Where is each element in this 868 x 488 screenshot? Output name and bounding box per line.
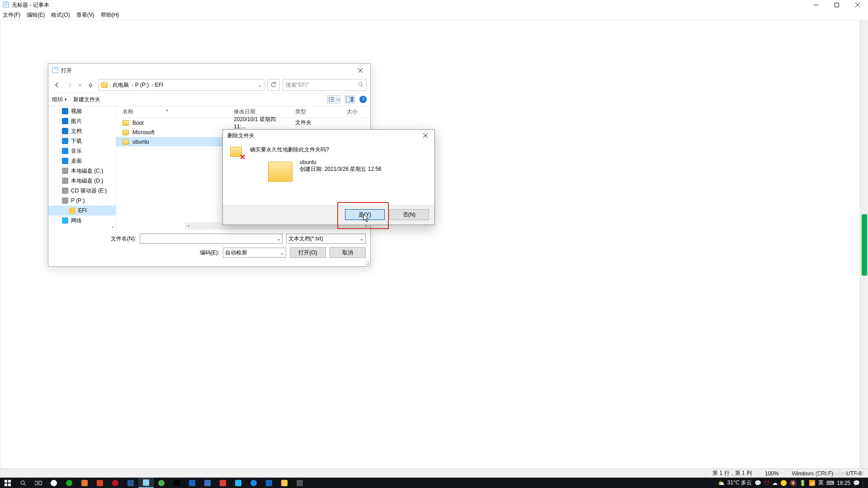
- tree-item[interactable]: P (P:): [48, 196, 116, 206]
- encoding-select[interactable]: 自动检测⌄: [223, 248, 286, 258]
- svg-rect-1: [4, 3, 8, 3]
- taskbar-app[interactable]: [169, 478, 184, 488]
- chevron-down-icon[interactable]: ⌄: [360, 236, 363, 241]
- tree-item[interactable]: 文档: [48, 126, 116, 136]
- col-name[interactable]: 名称: [123, 108, 133, 115]
- show-desktop-button[interactable]: [863, 478, 865, 488]
- taskbar-app[interactable]: [215, 478, 231, 488]
- tree-item[interactable]: CD 驱动器 (E:): [48, 186, 116, 196]
- tree-item[interactable]: 本地磁盘 (C:): [48, 166, 116, 176]
- tree-item[interactable]: 网络: [48, 216, 116, 225]
- menu-view[interactable]: 查看(V): [76, 11, 94, 19]
- task-view-button[interactable]: [31, 478, 46, 488]
- taskbar-app[interactable]: [46, 478, 61, 488]
- tray-icon[interactable]: ☁: [772, 480, 778, 486]
- preview-pane-button[interactable]: [345, 95, 355, 103]
- ime-indicator[interactable]: 英: [818, 479, 824, 487]
- breadcrumb-bar[interactable]: › 此电脑› P (P:)› EFI ⌄: [98, 79, 264, 91]
- notepad-scrollbar[interactable]: [860, 20, 868, 470]
- start-button[interactable]: [0, 478, 15, 488]
- breadcrumb-seg-0[interactable]: 此电脑: [113, 81, 129, 89]
- maximize-button[interactable]: [826, 0, 847, 10]
- search-button[interactable]: [15, 478, 31, 488]
- open-button[interactable]: 打开(O): [290, 247, 326, 258]
- tree-item[interactable]: 下载: [48, 136, 116, 146]
- taskbar-app[interactable]: [231, 478, 246, 488]
- scrollbar-thumb[interactable]: [862, 214, 867, 276]
- svg-rect-3: [4, 5, 6, 6]
- menu-edit[interactable]: 编辑(E): [27, 11, 45, 19]
- resize-grip[interactable]: [365, 261, 369, 265]
- keyboard-icon[interactable]: ⌨: [826, 480, 834, 486]
- confirm-close-button[interactable]: [416, 130, 434, 141]
- menu-file[interactable]: 文件(F): [3, 11, 20, 19]
- cancel-button[interactable]: 取消: [330, 247, 366, 258]
- battery-icon[interactable]: 🔋: [799, 480, 806, 486]
- filetype-select[interactable]: 文本文档(*.txt)⌄: [286, 234, 366, 244]
- chevron-right-icon: ›: [132, 83, 133, 88]
- tray-icon[interactable]: 💬: [755, 480, 761, 486]
- new-folder-button[interactable]: 新建文件夹: [73, 96, 100, 103]
- taskbar-app[interactable]: [277, 478, 292, 488]
- nav-back-button[interactable]: [52, 80, 62, 90]
- menu-format[interactable]: 格式(O): [51, 11, 70, 19]
- open-dialog-close-button[interactable]: [350, 64, 370, 77]
- tree-expand-chevron[interactable]: ⌄: [111, 224, 114, 229]
- nav-up-button[interactable]: [85, 80, 95, 90]
- taskbar-app[interactable]: [108, 478, 123, 488]
- tree-item[interactable]: 音乐: [48, 146, 116, 156]
- taskbar-app[interactable]: [77, 478, 92, 488]
- chevron-down-icon[interactable]: ⌄: [258, 83, 261, 88]
- help-button[interactable]: ?: [359, 96, 367, 103]
- menu-help[interactable]: 帮助(H): [101, 11, 119, 19]
- breadcrumb-root-icon: [101, 82, 108, 88]
- scroll-left-button[interactable]: ‹: [185, 223, 192, 229]
- tray-icon[interactable]: 🛡: [764, 480, 769, 486]
- organize-button[interactable]: 组织 ▾: [52, 96, 67, 103]
- no-button[interactable]: 否(N): [389, 209, 429, 220]
- nav-forward-button[interactable]: [65, 80, 75, 90]
- tree-item[interactable]: 图片: [48, 116, 116, 126]
- chevron-down-icon[interactable]: ⌄: [280, 250, 284, 255]
- svg-rect-18: [331, 99, 334, 100]
- svg-rect-26: [5, 483, 7, 486]
- breadcrumb-seg-2[interactable]: EFI: [155, 82, 163, 88]
- network-icon[interactable]: 📶: [809, 480, 816, 486]
- taskbar-app[interactable]: [123, 478, 138, 488]
- tree-item[interactable]: 桌面: [48, 156, 116, 166]
- search-input[interactable]: 搜索"EFI": [283, 79, 367, 91]
- yes-button[interactable]: 是(Y): [345, 209, 385, 220]
- breadcrumb-seg-1[interactable]: P (P:): [135, 82, 149, 88]
- taskbar[interactable]: ⛅ 31°C 多云 💬 🛡 ☁ 🟡 🔇 🔋 📶 英 ⌨ 18:25 💬: [0, 478, 868, 488]
- tree-item[interactable]: 本地磁盘 (D:): [48, 176, 116, 186]
- close-button[interactable]: [847, 0, 868, 10]
- view-options-button[interactable]: [327, 95, 340, 103]
- tree-item[interactable]: EFI: [48, 206, 116, 216]
- taskbar-app[interactable]: [154, 478, 169, 488]
- minimize-button[interactable]: [806, 0, 826, 10]
- chevron-down-icon[interactable]: ⌄: [277, 236, 280, 241]
- file-row[interactable]: Boot2020/10/1 星期四 11:...文件夹: [116, 118, 370, 127]
- col-date[interactable]: 修改日期: [227, 108, 289, 116]
- filename-input[interactable]: ⌄: [140, 234, 283, 244]
- taskbar-app[interactable]: [261, 478, 277, 488]
- col-size[interactable]: 大小: [340, 108, 368, 116]
- refresh-button[interactable]: [267, 79, 280, 91]
- notifications-button[interactable]: 💬: [853, 480, 860, 486]
- col-type[interactable]: 类型: [289, 108, 340, 116]
- clock[interactable]: 18:25: [837, 480, 850, 486]
- volume-icon[interactable]: 🔇: [790, 480, 797, 486]
- tree-item[interactable]: 视频: [48, 106, 116, 116]
- folder-tree[interactable]: 视频图片文档下载音乐桌面本地磁盘 (C:)本地磁盘 (D:)CD 驱动器 (E:…: [48, 106, 116, 230]
- weather-icon[interactable]: ⛅: [718, 480, 725, 486]
- taskbar-app[interactable]: [61, 478, 77, 488]
- taskbar-app[interactable]: [292, 478, 307, 488]
- taskbar-app[interactable]: [200, 478, 215, 488]
- weather-text[interactable]: 31°C 多云: [727, 479, 752, 487]
- taskbar-app[interactable]: [184, 478, 200, 488]
- nav-recent-button[interactable]: [77, 80, 83, 90]
- taskbar-app[interactable]: [92, 478, 108, 488]
- taskbar-app[interactable]: [246, 478, 261, 488]
- taskbar-app-notepad[interactable]: [138, 478, 154, 488]
- tray-icon[interactable]: 🟡: [780, 480, 787, 486]
